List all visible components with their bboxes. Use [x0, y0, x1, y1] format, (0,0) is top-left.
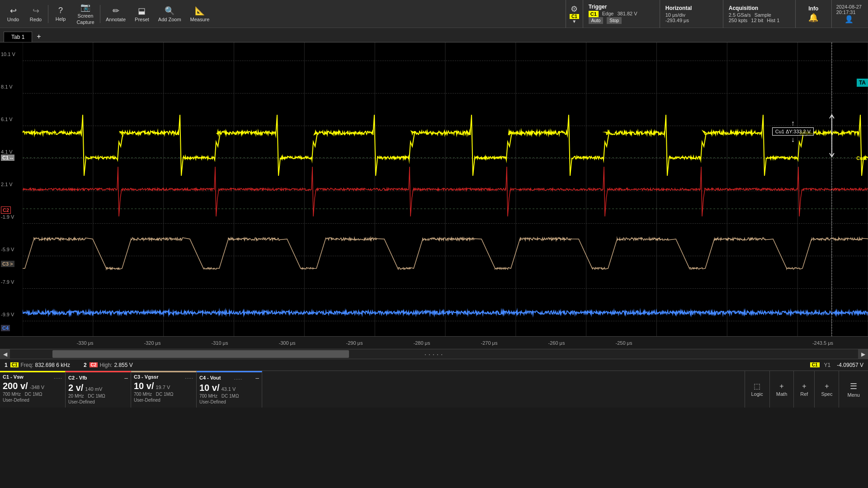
c4-detail: 700 MHz DC 1MΩ	[199, 394, 259, 399]
scroll-left-button[interactable]: ◀	[0, 349, 10, 359]
math-button[interactable]: + Math	[770, 371, 794, 408]
scroll-track[interactable]: • • • • •	[10, 349, 858, 359]
annotate-button[interactable]: ✏ Annotate	[101, 1, 130, 27]
meas1-type: Freq:	[20, 362, 33, 368]
screen-capture-button[interactable]: 📷 ScreenCapture	[72, 1, 99, 27]
zoom-icon: 🔍	[165, 6, 175, 16]
c1-vol: 200 v/	[3, 381, 28, 391]
measure-button[interactable]: 📐 Measure	[186, 1, 214, 27]
undo-button[interactable]: ↩ Undo	[2, 1, 24, 27]
right-meas-label: Y1	[824, 362, 831, 368]
channel-selector[interactable]: ⚙ C1 ▼	[566, 0, 583, 28]
measurement-1: 1 C1 Freq: 832.698 6 kHz	[5, 362, 70, 368]
help-icon: ?	[58, 6, 63, 15]
annotate-icon: ✏	[113, 6, 119, 16]
acq-row1: 2.5 GSa/s Sample	[729, 12, 790, 18]
c3-dots: .....	[185, 375, 193, 380]
c1-detail: 700 MHz DC 1MΩ	[3, 392, 62, 397]
x-label-7: -270 μs	[481, 340, 498, 346]
c4-vol: 10 v/	[199, 383, 219, 393]
notification-bell-icon: 🔔	[808, 13, 818, 23]
date-display: 2024-08-27	[836, 4, 862, 9]
redo-button[interactable]: ↪ Redo	[24, 1, 47, 27]
c3-marker[interactable]: C3 >	[1, 261, 14, 267]
y-label-9: -9.9 V	[1, 312, 14, 317]
c2-minus: –	[124, 374, 128, 381]
ref-button[interactable]: + Ref	[794, 371, 815, 408]
logic-button[interactable]: ⬚ Logic	[745, 371, 770, 408]
scroll-thumb[interactable]	[52, 350, 349, 358]
x-label-3: -310 μs	[212, 340, 228, 346]
c1-name: C1 - Vsw	[3, 374, 24, 380]
scroll-right-button[interactable]: ▶	[858, 349, 868, 359]
c1-marker[interactable]: C1 --	[1, 155, 14, 161]
help-button[interactable]: ? Help	[49, 1, 72, 27]
trigger-row1: C1 Edge 381.82 V	[589, 11, 654, 17]
horizontal-time-div: 10 μs/div	[665, 12, 717, 18]
trigger-row2: Auto Stop	[589, 17, 654, 24]
ta-marker[interactable]: TA	[857, 79, 868, 87]
channel-card-c2[interactable]: C2 - Vfb – 2 v/ 140 mV 20 MHz DC 1MΩ Use…	[66, 371, 131, 408]
c2-name: C2 - Vfb	[68, 375, 87, 380]
scope-area: 10.1 V 8.1 V 6.1 V 4.1 V 2.1 V -1.9 V -5…	[0, 42, 868, 336]
x-label-5: -290 μs	[346, 340, 363, 346]
trigger-panel[interactable]: Trigger C1 Edge 381.82 V Auto Stop	[583, 0, 660, 28]
c4-vol-row: 10 v/ 43.1 V	[199, 383, 259, 393]
acq-bits: 12 bit	[751, 18, 763, 23]
c4-header: C4 - Vout ..... –	[199, 374, 259, 381]
auto-stop-button[interactable]: Auto	[589, 17, 604, 24]
c2-offset: 140 mV	[85, 386, 102, 392]
y-label-8: -7.9 V	[1, 279, 14, 285]
c3-name: C3 - Vgssr	[134, 374, 158, 380]
c3-vol: 10 v/	[134, 381, 154, 391]
c3-detail2: User-Defined	[134, 398, 193, 403]
info-panels: ⚙ C1 ▼ Trigger C1 Edge 381.82 V Auto Sto…	[566, 0, 866, 28]
meas2-type: High:	[99, 362, 112, 368]
c4-dots: .....	[234, 375, 242, 380]
acq-mode: Sample	[755, 12, 771, 18]
x-label-4: -300 μs	[279, 340, 296, 346]
info-title: Info	[808, 5, 818, 12]
camera-icon: 📷	[80, 2, 90, 12]
c3-detail: 700 MHz DC 1MΩ	[134, 392, 193, 397]
c4-marker[interactable]: C4	[1, 325, 10, 331]
c3-header: C3 - Vgssr .....	[134, 374, 193, 380]
menu-button[interactable]: ☰ Menu	[839, 371, 868, 408]
meas1-channel-badge: C1	[10, 362, 19, 367]
channel-badge: C1	[570, 14, 579, 19]
c2-detail: 20 MHz DC 1MΩ	[68, 394, 128, 399]
acquisition-panel[interactable]: Acquisition 2.5 GSa/s Sample 250 kpts 12…	[723, 0, 795, 28]
c1-dots: .....	[54, 375, 62, 380]
add-tab-button[interactable]: +	[32, 31, 45, 42]
right-meas-value: -4.09057 V	[837, 362, 863, 368]
cursor-arrow-up-icon: ↑	[791, 119, 795, 127]
add-zoom-button[interactable]: 🔍 Add Zoom	[154, 1, 186, 27]
c2-vol: 2 v/	[68, 383, 83, 393]
c4-name: C4 - Vout	[199, 375, 221, 380]
channel-cards: C1 - Vsw ..... 200 v/ -348 V 700 MHz DC …	[0, 371, 868, 408]
math-icon: +	[779, 382, 783, 390]
scroll-dots: • • • • •	[425, 352, 443, 356]
channel-card-c1[interactable]: C1 - Vsw ..... 200 v/ -348 V 700 MHz DC …	[0, 371, 66, 408]
acq-sample-rate: 2.5 GSa/s	[729, 12, 751, 18]
c1-offset: -348 V	[30, 385, 44, 390]
horizontal-panel[interactable]: Horizontal 10 μs/div -293.49 μs	[660, 0, 723, 28]
meas2-value: 2.855 V	[114, 362, 132, 368]
tab-1[interactable]: Tab 1	[4, 32, 32, 42]
horizontal-position: -293.49 μs	[665, 18, 717, 23]
x-label-10: -243.5 μs	[812, 340, 833, 346]
bottom-right-buttons: ⬚ Logic + Math + Ref + Spec ☰ Menu	[745, 371, 868, 408]
channel-card-c3[interactable]: C3 - Vgssr ..... 10 v/ 19.7 V 700 MHz DC…	[131, 371, 197, 408]
measurement-right: C1 Y1 -4.09057 V	[810, 362, 863, 368]
trigger-channel-badge: C1	[589, 11, 599, 17]
preset-button[interactable]: ⬓ Preset	[130, 1, 154, 27]
spec-button[interactable]: + Spec	[815, 371, 839, 408]
stop-button[interactable]: Stop	[607, 17, 622, 24]
measure-icon: 📐	[195, 6, 205, 16]
trigger-voltage: 381.82 V	[617, 11, 637, 17]
y-label-2: 8.1 V	[1, 84, 13, 89]
y-label-7: -5.9 V	[1, 247, 14, 252]
channel-card-c4[interactable]: C4 - Vout ..... – 10 v/ 43.1 V 700 MHz D…	[197, 371, 262, 408]
c2-marker[interactable]: C2	[1, 206, 11, 214]
info-panel[interactable]: Info 🔔	[795, 0, 831, 28]
